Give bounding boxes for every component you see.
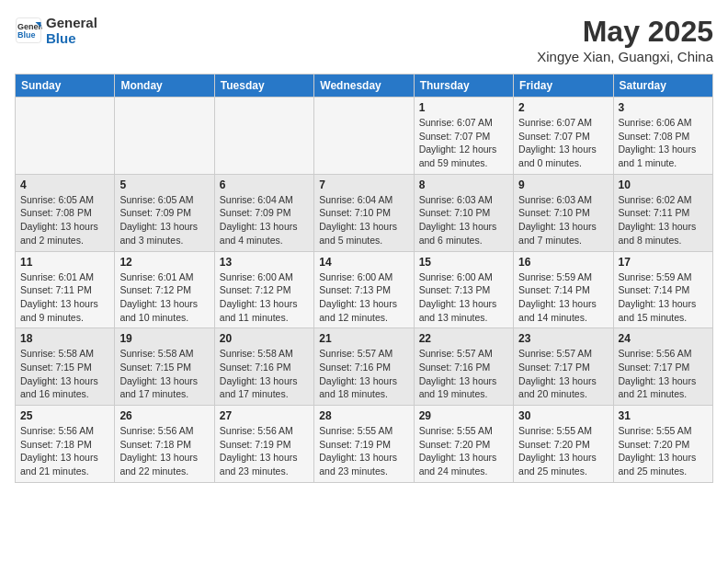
day-info: Sunrise: 5:56 AMSunset: 7:17 PMDaylight:… [619,347,708,401]
weekday-header-wednesday: Wednesday [314,75,414,98]
day-number: 31 [619,409,708,422]
logo: General Blue General Blue [15,15,97,46]
logo-text: General Blue [46,15,97,46]
calendar-cell: 13Sunrise: 6:00 AMSunset: 7:12 PMDayligh… [214,251,313,328]
day-number: 14 [319,256,408,269]
day-info: Sunrise: 6:04 AMSunset: 7:09 PMDaylight:… [220,193,309,247]
calendar-cell: 11Sunrise: 6:01 AMSunset: 7:11 PMDayligh… [16,251,115,328]
day-info: Sunrise: 6:05 AMSunset: 7:08 PMDaylight:… [20,193,109,247]
day-number: 10 [619,178,708,191]
calendar-cell: 15Sunrise: 6:00 AMSunset: 7:13 PMDayligh… [414,251,513,328]
calendar-cell [314,98,414,175]
calendar-cell: 12Sunrise: 6:01 AMSunset: 7:12 PMDayligh… [115,251,214,328]
calendar-cell: 24Sunrise: 5:56 AMSunset: 7:17 PMDayligh… [613,328,712,406]
week-row-5: 25Sunrise: 5:56 AMSunset: 7:18 PMDayligh… [16,406,713,483]
week-row-3: 11Sunrise: 6:01 AMSunset: 7:11 PMDayligh… [16,251,713,328]
day-info: Sunrise: 6:03 AMSunset: 7:10 PMDaylight:… [518,193,608,247]
day-number: 16 [518,256,608,269]
weekday-header-monday: Monday [115,75,214,98]
day-info: Sunrise: 6:04 AMSunset: 7:10 PMDaylight:… [319,193,408,247]
day-number: 9 [518,178,608,191]
calendar-cell: 10Sunrise: 6:02 AMSunset: 7:11 PMDayligh… [613,174,712,251]
day-number: 17 [619,256,708,269]
calendar-cell [214,98,313,175]
day-info: Sunrise: 5:56 AMSunset: 7:18 PMDaylight:… [119,424,209,478]
calendar-cell [115,98,214,175]
calendar-cell: 27Sunrise: 5:56 AMSunset: 7:19 PMDayligh… [214,406,313,483]
day-number: 13 [220,256,309,269]
day-number: 5 [119,178,209,191]
calendar-cell: 17Sunrise: 5:59 AMSunset: 7:14 PMDayligh… [613,251,712,328]
calendar-cell: 3Sunrise: 6:06 AMSunset: 7:08 PMDaylight… [613,98,712,175]
location: Xingye Xian, Guangxi, China [537,49,713,64]
day-info: Sunrise: 6:07 AMSunset: 7:07 PMDaylight:… [419,116,508,170]
day-number: 29 [419,409,508,422]
day-number: 6 [220,178,309,191]
day-number: 2 [518,101,608,114]
day-info: Sunrise: 6:05 AMSunset: 7:09 PMDaylight:… [119,193,209,247]
calendar-cell: 6Sunrise: 6:04 AMSunset: 7:09 PMDaylight… [214,174,313,251]
day-number: 26 [119,409,209,422]
day-number: 28 [319,409,408,422]
day-number: 18 [20,332,109,345]
day-info: Sunrise: 6:00 AMSunset: 7:12 PMDaylight:… [220,270,309,325]
weekday-header-friday: Friday [514,75,613,98]
day-number: 20 [220,332,309,345]
day-info: Sunrise: 6:02 AMSunset: 7:11 PMDaylight:… [619,193,708,247]
day-number: 19 [119,332,209,345]
day-info: Sunrise: 5:57 AMSunset: 7:17 PMDaylight:… [518,347,608,401]
day-info: Sunrise: 5:55 AMSunset: 7:20 PMDaylight:… [419,424,508,478]
weekday-header-tuesday: Tuesday [214,75,313,98]
day-info: Sunrise: 6:00 AMSunset: 7:13 PMDaylight:… [319,270,408,325]
day-number: 4 [20,178,109,191]
day-info: Sunrise: 6:06 AMSunset: 7:08 PMDaylight:… [619,116,708,170]
day-number: 15 [419,256,508,269]
day-number: 27 [220,409,309,422]
calendar-cell: 16Sunrise: 5:59 AMSunset: 7:14 PMDayligh… [514,251,613,328]
day-number: 23 [518,332,608,345]
day-info: Sunrise: 5:56 AMSunset: 7:18 PMDaylight:… [20,424,109,478]
week-row-1: 1Sunrise: 6:07 AMSunset: 7:07 PMDaylight… [16,98,713,175]
day-info: Sunrise: 5:59 AMSunset: 7:14 PMDaylight:… [518,270,608,325]
month-title: May 2025 [537,15,713,49]
day-info: Sunrise: 5:56 AMSunset: 7:19 PMDaylight:… [220,424,309,478]
day-info: Sunrise: 6:00 AMSunset: 7:13 PMDaylight:… [419,270,508,325]
calendar-cell: 25Sunrise: 5:56 AMSunset: 7:18 PMDayligh… [16,406,115,483]
page-header: General Blue General Blue May 2025 Xingy… [15,15,713,64]
calendar-cell: 1Sunrise: 6:07 AMSunset: 7:07 PMDaylight… [414,98,513,175]
title-area: May 2025 Xingye Xian, Guangxi, China [537,15,713,64]
day-info: Sunrise: 5:58 AMSunset: 7:15 PMDaylight:… [119,347,209,401]
weekday-header-thursday: Thursday [414,75,513,98]
calendar-cell: 8Sunrise: 6:03 AMSunset: 7:10 PMDaylight… [414,174,513,251]
day-info: Sunrise: 6:07 AMSunset: 7:07 PMDaylight:… [518,116,608,170]
calendar-cell: 14Sunrise: 6:00 AMSunset: 7:13 PMDayligh… [314,251,414,328]
weekday-header-saturday: Saturday [613,75,712,98]
day-number: 8 [419,178,508,191]
day-info: Sunrise: 5:55 AMSunset: 7:19 PMDaylight:… [319,424,408,478]
day-info: Sunrise: 6:01 AMSunset: 7:12 PMDaylight:… [119,270,209,325]
week-row-4: 18Sunrise: 5:58 AMSunset: 7:15 PMDayligh… [16,328,713,406]
day-info: Sunrise: 5:58 AMSunset: 7:16 PMDaylight:… [220,347,309,401]
day-number: 1 [419,101,508,114]
calendar-cell: 2Sunrise: 6:07 AMSunset: 7:07 PMDaylight… [514,98,613,175]
calendar-cell: 21Sunrise: 5:57 AMSunset: 7:16 PMDayligh… [314,328,414,406]
day-number: 22 [419,332,508,345]
day-info: Sunrise: 5:55 AMSunset: 7:20 PMDaylight:… [619,424,708,478]
calendar-cell: 4Sunrise: 6:05 AMSunset: 7:08 PMDaylight… [16,174,115,251]
calendar-cell: 22Sunrise: 5:57 AMSunset: 7:16 PMDayligh… [414,328,513,406]
day-number: 12 [119,256,209,269]
day-number: 30 [518,409,608,422]
calendar-cell: 7Sunrise: 6:04 AMSunset: 7:10 PMDaylight… [314,174,414,251]
calendar-cell: 29Sunrise: 5:55 AMSunset: 7:20 PMDayligh… [414,406,513,483]
calendar-cell: 26Sunrise: 5:56 AMSunset: 7:18 PMDayligh… [115,406,214,483]
weekday-header-sunday: Sunday [16,75,115,98]
calendar-table: SundayMondayTuesdayWednesdayThursdayFrid… [15,74,713,483]
calendar-cell: 31Sunrise: 5:55 AMSunset: 7:20 PMDayligh… [613,406,712,483]
day-number: 25 [20,409,109,422]
svg-text:Blue: Blue [17,30,36,40]
day-info: Sunrise: 5:57 AMSunset: 7:16 PMDaylight:… [419,347,508,401]
day-info: Sunrise: 5:55 AMSunset: 7:20 PMDaylight:… [518,424,608,478]
day-info: Sunrise: 5:57 AMSunset: 7:16 PMDaylight:… [319,347,408,401]
calendar-cell: 23Sunrise: 5:57 AMSunset: 7:17 PMDayligh… [514,328,613,406]
day-info: Sunrise: 5:58 AMSunset: 7:15 PMDaylight:… [20,347,109,401]
